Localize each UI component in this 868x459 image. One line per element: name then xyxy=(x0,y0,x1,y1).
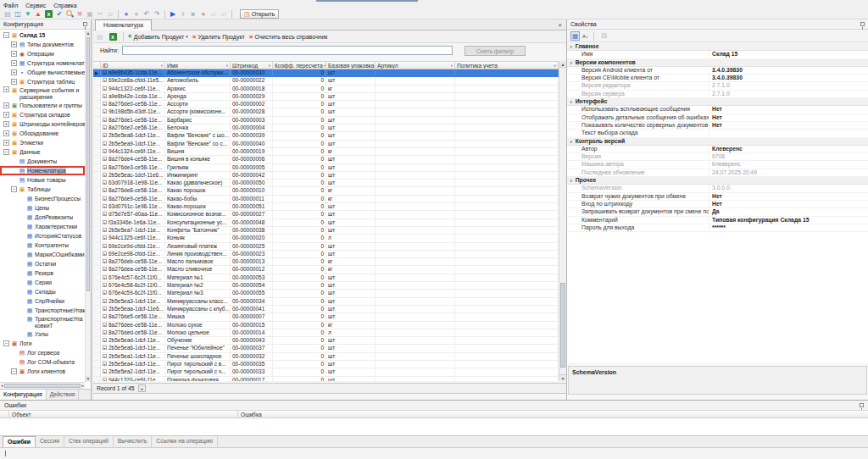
grid-cell[interactable]: +d75d7e57-d0aa-11e... xyxy=(101,211,165,218)
grid-cell[interactable] xyxy=(376,282,455,289)
tree-item-9[interactable]: +▣Штрихкоды контейнеров xyxy=(0,119,85,129)
product-row[interactable]: +69e2ce9d-cfdd-11e...Лизинговый платеж00… xyxy=(93,243,559,251)
grid-cell[interactable]: 0 xyxy=(273,313,326,320)
grid-cell[interactable]: 00-00000011 xyxy=(231,196,273,202)
grid-cell[interactable] xyxy=(455,124,559,131)
expand-row-icon[interactable]: + xyxy=(103,212,107,216)
grid-cell[interactable]: 0 xyxy=(273,77,326,84)
expand-row-icon[interactable]: + xyxy=(103,141,107,146)
expand-row-icon[interactable]: + xyxy=(103,244,107,248)
property-row[interactable]: Вход по штрихкодуНет xyxy=(567,201,868,208)
grid-cell[interactable]: Линия производствен... xyxy=(165,251,231,257)
property-row[interactable]: Пароль для выхода****** xyxy=(567,224,868,232)
grid-cell[interactable]: Вишня xyxy=(165,148,231,155)
grid-cell[interactable]: 0 xyxy=(273,187,326,194)
grid-vertical-scrollbar[interactable]: ▲ ▼ xyxy=(559,61,566,381)
tree-item-12[interactable]: −▣Данные xyxy=(0,147,85,157)
expand-row-icon[interactable]: + xyxy=(103,149,107,153)
grid-cell[interactable] xyxy=(376,266,455,273)
tree-item-31[interactable]: ▦Узлы xyxy=(0,329,85,339)
product-row[interactable]: +944c1322-ce6f-11e...Арахис00-000000180к… xyxy=(93,86,559,93)
expand-row-icon[interactable]: + xyxy=(103,369,107,373)
grid-cell[interactable] xyxy=(455,353,559,360)
grid-cell[interactable]: шт xyxy=(326,313,376,320)
expand-row-icon[interactable]: + xyxy=(103,235,107,240)
grid-cell[interactable]: 0 xyxy=(273,235,326,241)
grid-cell[interactable]: 00-00000013 xyxy=(231,258,273,265)
grid-cell[interactable]: 0 xyxy=(273,172,326,179)
grid-cell[interactable]: 0 xyxy=(273,69,326,76)
grid-cell[interactable] xyxy=(376,101,455,108)
expand-icon[interactable]: + xyxy=(11,69,17,75)
property-value[interactable]: Нет xyxy=(709,193,868,200)
product-row[interactable]: +2b5e5ea8-1dcf-11e...Вафли "Венские" с ш… xyxy=(93,132,559,140)
grid-cell[interactable] xyxy=(376,132,455,139)
grid-cell[interactable] xyxy=(376,361,455,368)
grid-cell[interactable]: +f3a3346e-1e6a-11e... xyxy=(101,219,165,226)
grid-cell[interactable]: 00-00000039 xyxy=(231,132,273,139)
grid-cell[interactable]: Комиссионное вознаг... xyxy=(165,211,231,218)
expand-row-icon[interactable]: + xyxy=(103,362,107,366)
grid-cell[interactable]: 0 xyxy=(273,368,326,375)
tree-item-1[interactable]: +▤Типы документов xyxy=(0,40,85,49)
grid-cell[interactable]: +69e2ce9d-cfdd-11e... xyxy=(101,243,165,250)
grid-cell[interactable]: 0 xyxy=(273,141,326,147)
grid-cell[interactable]: 0 xyxy=(273,93,326,100)
grid-cell[interactable]: Барбарис xyxy=(165,117,231,124)
expand-row-icon[interactable]: + xyxy=(103,102,107,106)
grid-cell[interactable] xyxy=(376,243,455,250)
grid-cell[interactable]: +a9e8b435-1cda-11e... xyxy=(101,69,165,76)
product-row[interactable]: +63d07918-1e98-11e...Какао (давальческое… xyxy=(93,180,559,187)
grid-cell[interactable]: 00-00000041 xyxy=(231,306,273,312)
grid-cell[interactable]: кг xyxy=(326,86,376,92)
property-category[interactable]: ∨Интерфейс xyxy=(567,98,868,106)
grid-cell[interactable]: шт xyxy=(326,337,376,344)
grid-cell[interactable]: шт xyxy=(326,69,376,76)
expand-row-icon[interactable]: + xyxy=(103,220,107,224)
grid-cell[interactable]: 00-00000022 xyxy=(231,77,273,84)
tree-item-20[interactable]: ▦Характеристики xyxy=(0,222,85,231)
grid-cell[interactable]: кг xyxy=(326,187,376,194)
grid-cell[interactable]: 0 xyxy=(273,196,326,202)
grid-cell[interactable] xyxy=(376,219,455,226)
filter-dropdown-icon[interactable]: ▾ xyxy=(269,64,270,68)
upload-icon[interactable]: ▲ xyxy=(33,9,43,19)
grid-cell[interactable]: Инжиниринг xyxy=(165,172,231,179)
property-value[interactable]: Нет xyxy=(709,106,868,113)
tree-item-6[interactable]: +▣Серверные события и расширения xyxy=(0,86,85,101)
property-value[interactable] xyxy=(709,130,868,136)
tree-item-24[interactable]: ▦Остатки xyxy=(0,259,85,268)
grid-cell[interactable]: 0 xyxy=(273,306,326,312)
navigate-back-icon[interactable]: ● xyxy=(121,9,131,19)
product-row[interactable]: +69e2ce98-cfdd-11e...Линия производствен… xyxy=(93,251,559,258)
scroll-up-icon[interactable]: ▲ xyxy=(559,61,566,68)
add-product-button[interactable]: + Добавить Продукт ▾ xyxy=(128,33,188,41)
grid-cell[interactable] xyxy=(376,164,455,171)
tree-item-33[interactable]: ▤Лог сервера xyxy=(0,348,85,357)
grid-cell[interactable]: +69e2ce8a-cfdd-11e5... xyxy=(101,77,165,84)
grid-cell[interactable]: 00-00000032 xyxy=(231,353,273,360)
undo-icon[interactable]: ↶ xyxy=(142,9,152,19)
grid-cell[interactable]: 00-00000003 xyxy=(231,117,273,124)
navigate-forward-icon[interactable]: ● xyxy=(131,9,142,19)
expand-icon[interactable]: + xyxy=(11,41,17,47)
expand-row-icon[interactable]: + xyxy=(103,267,107,271)
grid-cell[interactable] xyxy=(455,282,559,289)
menu-item-3[interactable]: Справка xyxy=(53,2,76,9)
grid-cell[interactable]: +8a276ded-ce58-11e... xyxy=(101,329,165,336)
expand-icon[interactable]: + xyxy=(3,140,9,146)
grid-cell[interactable]: шт xyxy=(326,117,376,124)
expand-row-icon[interactable]: + xyxy=(103,378,107,381)
grid-cell[interactable]: +944c1322-ce6f-11e... xyxy=(101,86,165,92)
grid-cell[interactable]: Материал №2 xyxy=(165,282,231,289)
product-row[interactable]: +8a276ded-ce58-11e...Молоко цельное00-00… xyxy=(93,329,559,337)
chevron-down-icon[interactable]: ∨ xyxy=(570,138,573,145)
grid-cell[interactable]: +63d07918-1e98-11e... xyxy=(101,180,165,186)
grid-cell[interactable]: Мишка xyxy=(165,313,231,320)
grid-cell[interactable] xyxy=(455,377,559,381)
tree-item-2[interactable]: +◉Операции xyxy=(0,49,85,58)
grid-cell[interactable] xyxy=(455,117,559,124)
grid-cell[interactable]: л xyxy=(326,235,376,241)
grid-cell[interactable]: шт xyxy=(326,101,376,108)
grid-cell[interactable]: Печенье "Юбилейное" xyxy=(165,345,231,351)
